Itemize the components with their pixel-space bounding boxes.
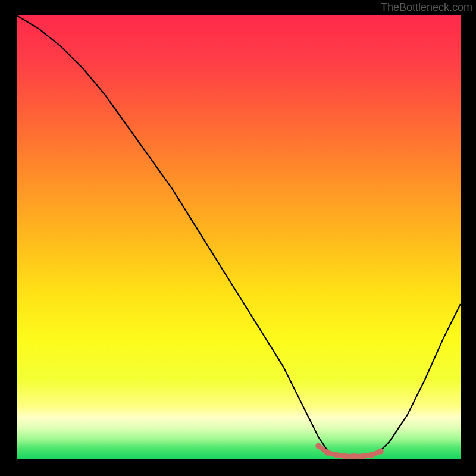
optimal-band-marker: [342, 453, 348, 459]
chart-plot-area: [17, 15, 461, 459]
optimal-band-marker: [360, 453, 366, 459]
optimal-band-marker: [369, 452, 375, 458]
watermark-text: TheBottleneck.com: [381, 1, 472, 14]
optimal-band-marker: [315, 443, 321, 449]
optimal-band-marker: [333, 452, 339, 458]
chart-svg: [17, 15, 461, 459]
optimal-band-marker: [324, 450, 330, 456]
optimal-band-marker: [351, 453, 357, 459]
optimal-band-marker: [378, 449, 384, 455]
background-gradient-rect: [17, 15, 461, 459]
